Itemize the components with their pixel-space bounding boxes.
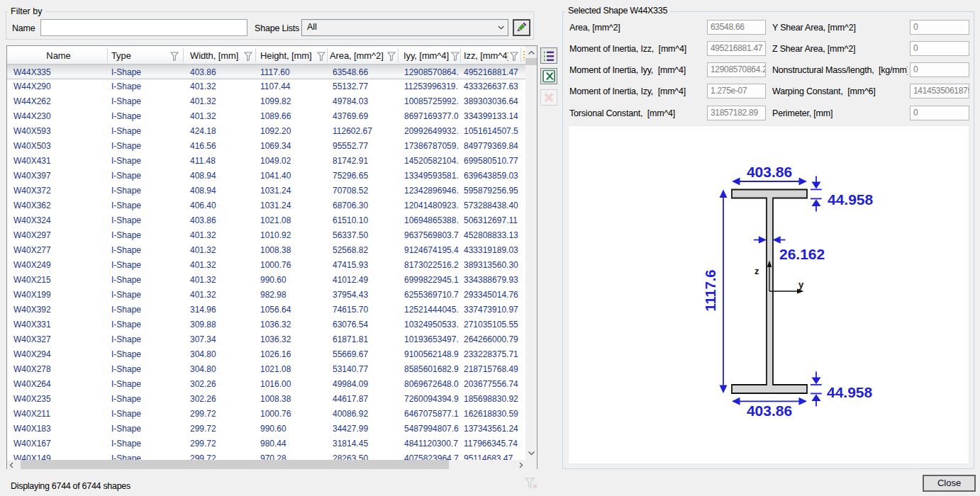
svg-text:44.958: 44.958 <box>827 384 873 400</box>
svg-text:403.86: 403.86 <box>747 164 792 180</box>
svg-text:26.162: 26.162 <box>779 246 825 262</box>
svg-text:1117.6: 1117.6 <box>703 270 718 312</box>
svg-text:z: z <box>755 266 759 276</box>
svg-text:44.958: 44.958 <box>828 191 874 208</box>
svg-text:403.86: 403.86 <box>747 402 792 419</box>
svg-text:y: y <box>798 279 804 290</box>
